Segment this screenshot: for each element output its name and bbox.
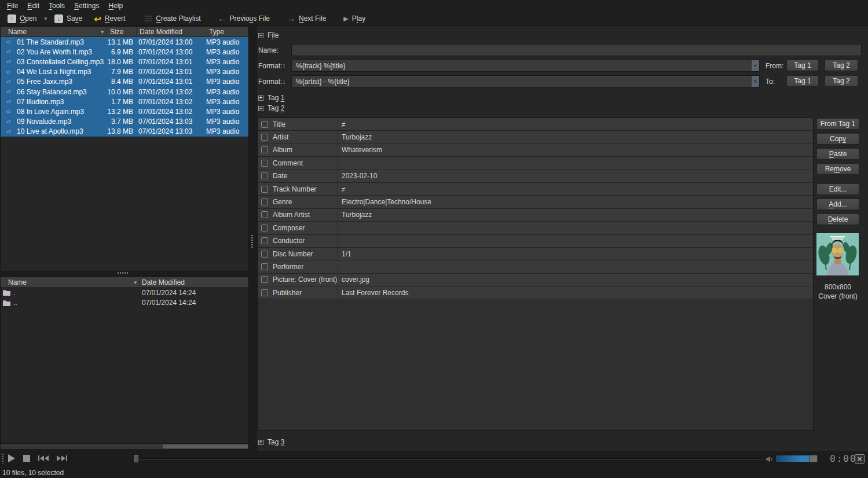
field-checkbox[interactable] [261, 146, 268, 153]
horizontal-splitter-handle[interactable] [118, 272, 128, 274]
column-header-name[interactable]: Name ▾ [1, 277, 140, 287]
player-stop-icon[interactable] [23, 455, 30, 462]
field-checkbox[interactable] [261, 134, 268, 141]
tag-field-row[interactable]: Disc Number 1/1 [258, 248, 813, 260]
file-row[interactable]: v2 04 We Lost a Night.mp3 7.9 MB 07/01/2… [1, 67, 248, 77]
field-checkbox[interactable] [261, 289, 268, 296]
column-header-date-modified[interactable]: Date Modified [140, 277, 248, 287]
seek-handle[interactable] [134, 455, 138, 462]
format-to-filename-combobox[interactable]: %{track} %{title} ▾ [291, 60, 760, 72]
next-file-button[interactable]: → Next File [282, 12, 331, 25]
previous-file-button[interactable]: ← Previous File [213, 12, 275, 25]
tag-field-row[interactable]: Performer [258, 260, 813, 273]
file-section-header[interactable]: − File [258, 31, 279, 39]
field-checkbox[interactable] [261, 172, 268, 179]
revert-button[interactable]: ↩ Revert [89, 12, 130, 25]
vertical-splitter[interactable] [250, 27, 257, 451]
filename-to-tag1-button[interactable]: Tag 1 [786, 75, 819, 87]
column-header-size[interactable]: Size [107, 27, 137, 36]
field-checkbox[interactable] [261, 276, 268, 283]
directory-row[interactable]: . 07/01/2024 14:24 [1, 288, 248, 297]
field-value[interactable]: 2023-02-10 [338, 172, 813, 180]
dropdown-arrow-icon[interactable]: ▾ [751, 76, 759, 87]
field-value[interactable]: ≠ [338, 185, 813, 193]
create-playlist-button[interactable]: Create Playlist [140, 12, 206, 25]
column-header-name[interactable]: Name ▾ [1, 27, 107, 36]
field-checkbox[interactable] [261, 160, 268, 167]
album-cover-art[interactable] [816, 233, 859, 275]
player-next-icon[interactable] [57, 455, 67, 461]
open-dropdown-icon[interactable]: ▾ [43, 16, 48, 21]
field-checkbox[interactable] [261, 225, 268, 231]
field-checkbox[interactable] [261, 121, 268, 128]
tag-field-row[interactable]: Conductor [258, 235, 813, 248]
tag2-section-header[interactable]: − Tag 2 [258, 104, 284, 112]
tag3-section-header[interactable]: + Tag 3 [258, 438, 284, 446]
field-value[interactable]: Electro|Dance|Techno/House [338, 198, 813, 206]
field-checkbox[interactable] [261, 186, 268, 193]
field-value[interactable]: Turbojazz [338, 211, 813, 219]
tag-field-row[interactable]: Composer [258, 222, 813, 234]
play-button[interactable]: ▶ Play [338, 12, 371, 25]
filename-to-tag2-button[interactable]: Tag 2 [825, 75, 858, 87]
filename-from-tag2-button[interactable]: Tag 2 [825, 60, 858, 71]
dropdown-arrow-icon[interactable]: ▾ [751, 60, 759, 71]
tag-field-row[interactable]: Date 2023-02-10 [258, 170, 813, 183]
menu-item[interactable]: Help [104, 1, 127, 11]
file-row[interactable]: v2 01 The Standard.mp3 13.1 MB 07/01/202… [1, 37, 248, 47]
volume-slider[interactable] [776, 455, 818, 462]
tag-field-row[interactable]: Genre Electro|Dance|Techno/House [258, 196, 813, 208]
file-row[interactable]: v2 08 In Love Again.mp3 13.2 MB 07/01/20… [1, 106, 248, 116]
remove-button[interactable]: Remove [816, 163, 859, 175]
player-play-icon[interactable] [8, 454, 15, 462]
open-button[interactable]: ↑ Open [2, 12, 42, 25]
from-tag1-button[interactable]: From Tag 1 [816, 118, 859, 130]
field-value[interactable]: ≠ [338, 120, 813, 128]
horizontal-scrollbar[interactable] [0, 443, 249, 450]
seek-slider[interactable] [134, 455, 763, 462]
column-header-type[interactable]: Type [203, 27, 248, 36]
field-value[interactable]: cover.jpg [338, 275, 813, 284]
delete-button[interactable]: Delete [816, 214, 859, 225]
field-value[interactable]: Last Forever Records [338, 289, 813, 297]
volume-handle[interactable] [809, 455, 818, 462]
field-checkbox[interactable] [261, 263, 268, 270]
player-close-button[interactable]: ✕ [855, 454, 865, 464]
player-previous-icon[interactable] [38, 455, 49, 461]
field-checkbox[interactable] [261, 237, 268, 244]
tag1-section-header[interactable]: + Tag 1 [258, 94, 284, 102]
file-row[interactable]: v2 02 You Are Worth It.mp3 6.9 MB 07/01/… [1, 47, 248, 57]
tag-field-row[interactable]: Publisher Last Forever Records [258, 286, 813, 299]
file-row[interactable]: v2 10 Live at Apollo.mp3 13.8 MB 07/01/2… [1, 127, 248, 137]
copy-button[interactable]: Copy [816, 133, 859, 145]
edit-button[interactable]: Edit... [816, 183, 859, 195]
menu-item[interactable]: Settings [69, 1, 104, 11]
field-checkbox[interactable] [261, 211, 268, 218]
field-value[interactable]: 1/1 [338, 250, 813, 258]
menu-item[interactable]: Edit [23, 1, 44, 11]
file-row[interactable]: v2 07 Illudion.mp3 1.7 MB 07/01/2024 13:… [1, 97, 248, 106]
file-row[interactable]: v2 06 Stay Balanced.mp3 10.0 MB 07/01/20… [1, 87, 248, 97]
add-button[interactable]: Add... [816, 198, 859, 210]
tag-field-row[interactable]: Artist Turbojazz [258, 131, 813, 144]
field-value[interactable]: Whateverism [338, 146, 813, 154]
scrollbar-thumb[interactable] [163, 444, 248, 448]
collapse-icon[interactable]: − [258, 106, 263, 111]
format-from-filename-combobox[interactable]: %{artist} - %{title} ▾ [291, 75, 760, 87]
collapse-icon[interactable]: − [258, 33, 263, 38]
filename-input[interactable] [291, 44, 862, 56]
save-button[interactable]: ↓ Save [49, 12, 87, 25]
tag-field-row[interactable]: Track Number ≠ [258, 183, 813, 196]
column-header-date-modified[interactable]: Date Modified [137, 27, 203, 36]
tag-field-row[interactable]: Album Whateverism [258, 144, 813, 157]
paste-button[interactable]: Paste [816, 148, 859, 160]
tag-field-row[interactable]: Album Artist Turbojazz [258, 209, 813, 222]
filename-from-tag1-button[interactable]: Tag 1 [786, 60, 819, 71]
file-row[interactable]: v2 05 Free Jaxx.mp3 8.4 MB 07/01/2024 13… [1, 77, 248, 87]
tag-field-row[interactable]: Title ≠ [258, 118, 813, 131]
field-checkbox[interactable] [261, 251, 268, 258]
tag-field-row[interactable]: Comment [258, 157, 813, 170]
vertical-splitter-handle[interactable] [251, 235, 253, 249]
field-value[interactable]: Turbojazz [338, 133, 813, 141]
file-row[interactable]: v2 09 Novalude.mp3 3.7 MB 07/01/2024 13:… [1, 117, 248, 127]
